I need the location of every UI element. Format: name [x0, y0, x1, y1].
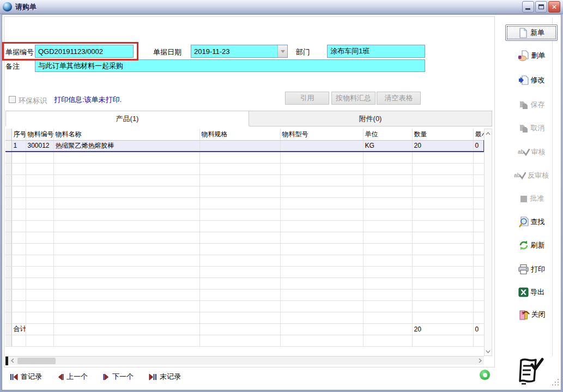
- table-cell[interactable]: [363, 278, 412, 289]
- table-cell[interactable]: [53, 186, 199, 197]
- previous-record-button[interactable]: 上一个: [57, 372, 88, 382]
- table-cell[interactable]: [11, 300, 26, 312]
- minimize-button[interactable]: [522, 1, 534, 13]
- row-selector[interactable]: [5, 232, 11, 243]
- table-cell[interactable]: [412, 266, 473, 278]
- table-cell[interactable]: [280, 209, 363, 220]
- row-selector[interactable]: [5, 163, 11, 174]
- next-record-button[interactable]: 下一个: [103, 372, 134, 382]
- table-cell[interactable]: 0: [473, 140, 484, 152]
- table-cell[interactable]: [199, 243, 280, 255]
- table-cell[interactable]: [53, 209, 199, 220]
- row-selector[interactable]: [5, 312, 11, 323]
- resize-grip[interactable]: [551, 379, 560, 387]
- table-cell[interactable]: [473, 300, 484, 312]
- table-cell[interactable]: [473, 197, 484, 209]
- modify-button[interactable]: 修改: [504, 73, 559, 87]
- approve-button[interactable]: 批准: [504, 191, 559, 206]
- row-selector[interactable]: [5, 323, 11, 335]
- table-cell[interactable]: [11, 232, 26, 243]
- table-cell[interactable]: [26, 197, 53, 209]
- table-cell[interactable]: [26, 300, 53, 312]
- table-cell[interactable]: [363, 197, 412, 209]
- table-cell[interactable]: [26, 289, 53, 300]
- table-cell[interactable]: [11, 220, 26, 232]
- table-cell[interactable]: [363, 312, 412, 323]
- table-cell[interactable]: 1: [11, 140, 26, 152]
- table-cell[interactable]: [53, 312, 199, 323]
- table-cell[interactable]: [412, 243, 473, 255]
- table-cell[interactable]: [26, 163, 53, 174]
- table-cell[interactable]: [53, 300, 199, 312]
- table-cell[interactable]: [53, 232, 199, 243]
- chevron-down-icon[interactable]: [277, 45, 287, 57]
- table-cell[interactable]: [26, 174, 53, 186]
- table-cell[interactable]: [412, 174, 473, 186]
- scroll-down-icon[interactable]: [484, 347, 492, 355]
- cancel-button[interactable]: 取消: [504, 121, 559, 135]
- table-cell[interactable]: [53, 152, 199, 163]
- eco-checkbox[interactable]: [9, 96, 16, 103]
- table-cell[interactable]: [199, 323, 280, 335]
- table-cell[interactable]: [412, 335, 473, 346]
- table-cell[interactable]: [26, 243, 53, 255]
- table-cell[interactable]: [363, 186, 412, 197]
- table-cell[interactable]: [199, 209, 280, 220]
- column-header[interactable]: 最小: [473, 129, 484, 140]
- table-cell[interactable]: [473, 186, 484, 197]
- clear-table-button[interactable]: 清空表格: [377, 92, 421, 105]
- table-cell[interactable]: [26, 312, 53, 323]
- table-cell[interactable]: 热缩聚乙烯热熔胶棒: [53, 140, 199, 152]
- table-cell[interactable]: [26, 335, 53, 346]
- table-cell[interactable]: [11, 289, 26, 300]
- table-cell[interactable]: [363, 266, 412, 278]
- table-cell[interactable]: [11, 152, 26, 163]
- table-cell[interactable]: [412, 152, 473, 163]
- table-cell[interactable]: [199, 163, 280, 174]
- table-cell[interactable]: [280, 152, 363, 163]
- column-header[interactable]: 序号: [11, 129, 26, 140]
- table-cell[interactable]: [53, 174, 199, 186]
- table-cell[interactable]: 合计: [11, 323, 26, 335]
- table-cell[interactable]: 20: [412, 140, 473, 152]
- dept-field[interactable]: 涂布车间1班: [327, 45, 425, 58]
- table-cell[interactable]: [26, 220, 53, 232]
- table-cell[interactable]: [26, 209, 53, 220]
- table-cell[interactable]: [199, 174, 280, 186]
- scroll-left-icon[interactable]: [8, 357, 16, 365]
- column-header[interactable]: 物料编号: [26, 129, 53, 140]
- table-cell[interactable]: [280, 186, 363, 197]
- row-selector[interactable]: [5, 300, 11, 312]
- table-cell[interactable]: [199, 278, 280, 289]
- column-header[interactable]: 单位: [363, 129, 412, 140]
- table-cell[interactable]: [280, 300, 363, 312]
- row-selector[interactable]: [5, 140, 11, 152]
- table-cell[interactable]: [473, 232, 484, 243]
- table-cell[interactable]: [11, 312, 26, 323]
- table-cell[interactable]: [53, 197, 199, 209]
- tab-attachment[interactable]: 附件(0): [249, 111, 492, 126]
- row-selector[interactable]: [5, 152, 11, 163]
- doc-date-combobox[interactable]: 2019-11-23: [191, 45, 288, 58]
- table-cell[interactable]: [363, 209, 412, 220]
- table-cell[interactable]: [280, 323, 363, 335]
- table-cell[interactable]: [363, 174, 412, 186]
- table-cell[interactable]: [53, 266, 199, 278]
- row-selector[interactable]: [5, 255, 11, 266]
- save-button[interactable]: 保存: [504, 98, 559, 112]
- refresh-button[interactable]: 刷新: [504, 238, 559, 252]
- remark-field[interactable]: 与此订单其他材料一起采购: [35, 59, 425, 72]
- row-selector[interactable]: [5, 186, 11, 197]
- title-bar[interactable]: 请购单 ✕: [0, 0, 563, 14]
- table-cell[interactable]: [412, 163, 473, 174]
- table-cell[interactable]: [199, 140, 280, 152]
- table-cell[interactable]: [280, 220, 363, 232]
- table-cell[interactable]: [363, 255, 412, 266]
- row-selector[interactable]: [5, 289, 11, 300]
- table-cell[interactable]: [53, 289, 199, 300]
- table-cell[interactable]: [53, 220, 199, 232]
- table-cell[interactable]: [280, 278, 363, 289]
- table-cell[interactable]: [280, 197, 363, 209]
- vertical-scrollbar[interactable]: [484, 129, 492, 356]
- table-cell[interactable]: [199, 300, 280, 312]
